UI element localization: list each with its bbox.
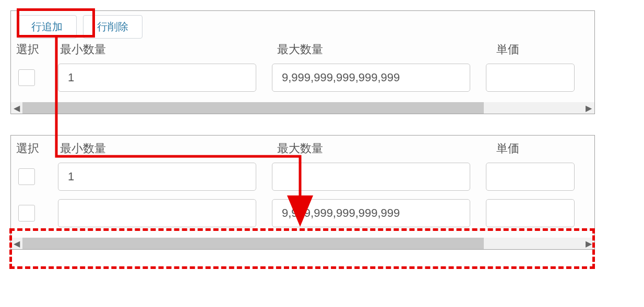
row-select-checkbox[interactable] [18, 69, 35, 86]
min-qty-input[interactable] [58, 199, 256, 227]
table-row [11, 60, 594, 102]
max-qty-input[interactable] [272, 163, 470, 191]
column-headers: 選択 最小数量 最大数量 単価 [11, 136, 594, 159]
scroll-right-icon[interactable]: ▶ [583, 238, 594, 249]
column-headers: 選択 最小数量 最大数量 単価 [11, 41, 594, 60]
delete-row-button[interactable]: 行削除 [83, 15, 142, 39]
scroll-track[interactable] [22, 238, 583, 249]
scroll-left-icon[interactable]: ◀ [11, 238, 22, 249]
pricing-table-after: 選択 最小数量 最大数量 単価 ◀ ▶ [10, 135, 595, 250]
max-qty-input[interactable] [272, 199, 470, 227]
scroll-left-icon[interactable]: ◀ [11, 102, 22, 114]
header-unit-price: 単価 [496, 141, 589, 156]
min-qty-input[interactable] [58, 64, 256, 92]
header-max-qty: 最大数量 [277, 42, 496, 57]
pricing-table-before: 行追加 行削除 選択 最小数量 最大数量 単価 ◀ ▶ [10, 10, 595, 114]
add-row-button[interactable]: 行追加 [17, 15, 77, 39]
header-select: 選択 [16, 42, 58, 57]
header-unit-price: 単価 [496, 42, 589, 57]
header-min-qty: 最小数量 [58, 42, 277, 57]
unit-price-input[interactable] [486, 64, 575, 92]
table-row [11, 195, 594, 238]
header-select: 選択 [16, 141, 58, 156]
scroll-track[interactable] [22, 102, 583, 114]
table-row [11, 159, 594, 195]
row-select-checkbox[interactable] [18, 168, 35, 185]
header-max-qty: 最大数量 [277, 141, 496, 156]
max-qty-input[interactable] [272, 64, 470, 92]
header-min-qty: 最小数量 [58, 141, 277, 156]
min-qty-input[interactable] [58, 163, 256, 191]
toolbar: 行追加 行削除 [11, 11, 594, 41]
unit-price-input[interactable] [486, 199, 575, 227]
horizontal-scrollbar[interactable]: ◀ ▶ [11, 102, 594, 114]
row-select-checkbox[interactable] [18, 205, 35, 222]
scroll-right-icon[interactable]: ▶ [583, 102, 594, 114]
unit-price-input[interactable] [486, 163, 575, 191]
horizontal-scrollbar[interactable]: ◀ ▶ [11, 238, 594, 249]
